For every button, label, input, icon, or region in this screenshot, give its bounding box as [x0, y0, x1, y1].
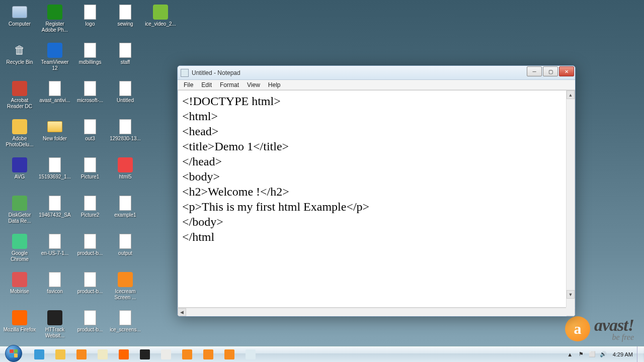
taskbar-item-cmd[interactable]: [135, 348, 155, 361]
menu-view[interactable]: View: [243, 80, 264, 89]
minimize-button[interactable]: ─: [527, 66, 542, 76]
desktop[interactable]: ComputerRegister Adobe Ph...logosewingic…: [0, 0, 644, 362]
scroll-up-button[interactable]: ▲: [567, 90, 575, 99]
desktop-icon[interactable]: DiskGetor Data Re...: [2, 193, 37, 231]
desktop-icon[interactable]: example1: [108, 193, 143, 231]
app-icon: [117, 157, 133, 173]
file-icon: [117, 119, 133, 135]
maximize-button[interactable]: ▢: [543, 66, 558, 76]
vertical-scrollbar[interactable]: ▲ ▼: [566, 90, 575, 307]
taskbar-item-explorer[interactable]: [50, 348, 70, 361]
desktop-icon[interactable]: product-b...: [72, 269, 108, 308]
desktop-icon-label: Acrobat Reader DC: [3, 98, 36, 110]
desktop-icon[interactable]: html5: [108, 155, 143, 193]
notepad-window[interactable]: Untitled - Notepad ─ ▢ ✕ FileEditFormatV…: [177, 65, 576, 317]
titlebar[interactable]: Untitled - Notepad ─ ▢ ✕: [178, 66, 575, 80]
desktop-icon-label: en-US-7-1...: [41, 250, 68, 256]
file-icon: [47, 233, 63, 249]
computer-icon: [12, 4, 28, 20]
desktop-icon-label: Picture2: [81, 212, 100, 218]
show-desktop-button[interactable]: [637, 346, 643, 363]
file-icon: [117, 80, 133, 97]
taskbar-item-ie[interactable]: [29, 348, 49, 361]
editor-textarea[interactable]: <!DOCTYPE html> <html> <head> <title>Dem…: [178, 90, 566, 307]
app-icon: [47, 42, 63, 58]
desktop-icon[interactable]: product-b...: [72, 308, 108, 346]
desktop-icon[interactable]: New folder: [37, 117, 72, 155]
desktop-icon[interactable]: 🗑Recycle Bin: [2, 40, 37, 78]
desktop-icon[interactable]: Adobe PhotoDelu...: [2, 117, 37, 155]
scroll-down-button[interactable]: ▼: [567, 290, 575, 299]
desktop-icon[interactable]: Register Adobe Ph...: [37, 2, 72, 40]
desktop-icon[interactable]: ice_screens...: [108, 308, 143, 346]
explorer-icon: [55, 349, 65, 359]
taskbar-item-xampp[interactable]: [177, 348, 197, 361]
desktop-icon[interactable]: Google Chrome: [2, 231, 37, 269]
avast-brand: avast!: [594, 316, 634, 335]
desktop-icon[interactable]: 19467432_SA: [37, 193, 72, 231]
taskbar-item-app[interactable]: [219, 348, 239, 361]
desktop-icon[interactable]: microsoft-...: [72, 78, 108, 117]
desktop-icon[interactable]: Picture2: [72, 193, 108, 231]
desktop-icon-label: Icecream Screen ...: [109, 289, 142, 301]
menu-file[interactable]: File: [180, 80, 197, 89]
desktop-icon[interactable]: avast_antivi...: [37, 78, 72, 117]
start-button[interactable]: [0, 346, 27, 362]
taskbar-item-notepad[interactable]: [240, 348, 261, 361]
file-icon: [82, 195, 98, 211]
desktop-icon[interactable]: 15193692_1...: [37, 155, 72, 193]
desktop-icon-label: DiskGetor Data Re...: [3, 212, 36, 224]
file-icon: [47, 157, 63, 173]
app-icon: [12, 80, 28, 97]
file-icon: [117, 310, 133, 326]
desktop-icon-label: Mobirise: [10, 289, 29, 295]
desktop-icon-label: favicon: [47, 289, 63, 295]
taskbar-clock[interactable]: 4:29 AM: [609, 351, 637, 357]
tray-up-icon[interactable]: ▲: [566, 350, 575, 359]
desktop-icon[interactable]: logo: [72, 2, 108, 40]
desktop-icon[interactable]: Icecream Screen ...: [108, 269, 143, 308]
desktop-icon[interactable]: mdbillings: [72, 40, 108, 78]
desktop-icon[interactable]: 1292830-13...: [108, 117, 143, 155]
desktop-icon-label: Untitled: [117, 98, 134, 104]
desktop-icon-label: staff: [121, 59, 130, 65]
tray-flag-icon[interactable]: ⚑: [577, 350, 586, 359]
app-icon: [117, 272, 133, 288]
desktop-icon[interactable]: Picture1: [72, 155, 108, 193]
desktop-icon-label: New folder: [43, 136, 67, 142]
desktop-icon[interactable]: product-b...: [72, 231, 108, 269]
taskbar-item-chrome[interactable]: [156, 348, 176, 361]
desktop-icon[interactable]: ice_video_2...: [143, 2, 178, 40]
taskbar-item-wmp[interactable]: [71, 348, 92, 361]
desktop-icon[interactable]: Untitled: [108, 78, 143, 117]
desktop-icon[interactable]: output: [108, 231, 143, 269]
desktop-icon[interactable]: staff: [108, 40, 143, 78]
desktop-icon[interactable]: Mozilla Firefox: [2, 308, 37, 346]
scroll-left-button[interactable]: ◀: [178, 308, 186, 316]
desktop-icon[interactable]: Acrobat Reader DC: [2, 78, 37, 117]
tray-volume-icon[interactable]: 🔊: [599, 350, 608, 359]
app-icon: [12, 119, 28, 135]
close-button[interactable]: ✕: [559, 66, 574, 76]
desktop-icon[interactable]: en-US-7-1...: [37, 231, 72, 269]
desktop-icon[interactable]: favicon: [37, 269, 72, 308]
taskbar-item-rec[interactable]: [198, 348, 218, 361]
tray-network-icon[interactable]: ⬜: [588, 350, 597, 359]
horizontal-scrollbar[interactable]: ◀ ▶: [178, 308, 575, 316]
taskbar-item-notes[interactable]: [93, 348, 113, 361]
desktop-icon[interactable]: out3: [72, 117, 108, 155]
desktop-icon[interactable]: Mobirise: [2, 269, 37, 308]
menu-help[interactable]: Help: [264, 80, 285, 89]
desktop-icon[interactable]: AVG: [2, 155, 37, 193]
menu-format[interactable]: Format: [216, 80, 243, 89]
menu-edit[interactable]: Edit: [197, 80, 216, 89]
desktop-icon[interactable]: HTTrack Websit...: [37, 308, 72, 346]
desktop-icon[interactable]: sewing: [108, 2, 143, 40]
notes-icon: [98, 349, 108, 359]
desktop-icon[interactable]: Computer: [2, 2, 37, 40]
taskbar-item-firefox[interactable]: [114, 348, 134, 361]
file-icon: [82, 80, 98, 97]
resize-grip[interactable]: [566, 307, 575, 316]
desktop-icon[interactable]: TeamViewer 12: [37, 40, 72, 78]
file-icon: [117, 42, 133, 58]
